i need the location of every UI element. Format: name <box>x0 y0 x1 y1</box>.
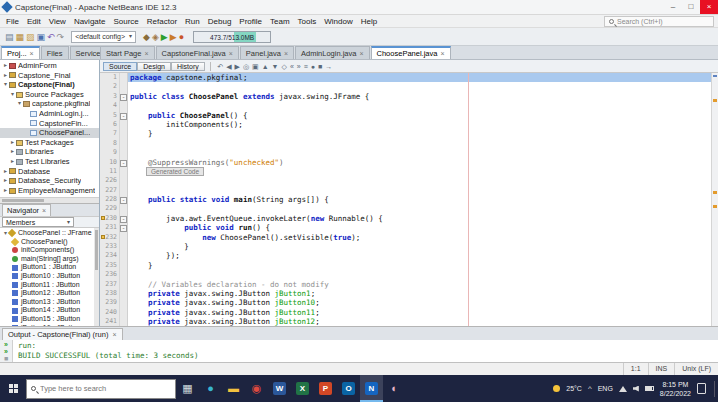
taskbar-app-outlook[interactable]: O <box>337 375 360 402</box>
navigator-item-jbutton11-jbutton[interactable]: jButton11 : JButton <box>0 281 99 290</box>
panel-tab-proj[interactable]: Proj...× <box>1 46 40 59</box>
fold-toggle-icon[interactable] <box>120 214 128 223</box>
maximize-button[interactable]: □ <box>682 0 700 14</box>
code-line-227[interactable]: 227 <box>100 186 718 195</box>
navigator-item-main-string-args[interactable]: main(String[] args) <box>0 255 99 264</box>
tree-item-libraries[interactable]: ▸Libraries <box>0 147 99 157</box>
close-output-icon[interactable]: × <box>112 329 116 341</box>
taskbar-app-edge[interactable]: ● <box>199 375 222 402</box>
code-line-7[interactable]: 7 } <box>100 129 718 138</box>
expand-toggle-icon[interactable]: ▸ <box>2 71 9 81</box>
code-line-233[interactable]: 233 } <box>100 242 718 251</box>
code-editor[interactable]: 1package capstone.pkgfinal;23public clas… <box>100 73 718 326</box>
redo-icon[interactable]: ↷ <box>56 32 66 42</box>
code-line-241[interactable]: 241 private javax.swing.JButton jButton1… <box>100 317 718 326</box>
expand-toggle-icon[interactable]: ▸ <box>9 157 16 167</box>
build-project-icon[interactable]: ◆ <box>142 32 151 42</box>
code-line-6[interactable]: 6 initComponents(); <box>100 120 718 129</box>
navigator-item-jbutton1-jbutton[interactable]: jButton1 : JButton <box>0 263 99 272</box>
view-button-source[interactable]: Source <box>103 62 137 71</box>
taskbar-app-excel[interactable]: X <box>291 375 314 402</box>
close-tab-icon[interactable]: × <box>30 47 34 60</box>
close-tab-icon[interactable]: × <box>440 47 444 59</box>
close-button[interactable]: × <box>700 0 718 14</box>
code-line-2[interactable]: 2 <box>100 82 718 91</box>
menu-help[interactable]: Help <box>357 17 381 26</box>
expand-toggle-icon[interactable]: ▾ <box>2 80 9 90</box>
taskbar-app-netbeans[interactable]: N <box>360 375 383 402</box>
code-line-1[interactable]: 1package capstone.pkgfinal; <box>100 73 718 82</box>
prev-occurrence-icon[interactable]: ▲ <box>260 63 270 70</box>
next-occurrence-icon[interactable]: ▼ <box>270 63 280 70</box>
memory-indicator[interactable]: 473.7/513.0MB <box>193 31 271 43</box>
fold-toggle-icon[interactable] <box>120 92 128 101</box>
taskbar-app-word[interactable]: W <box>268 375 291 402</box>
code-line-10[interactable]: 10 @SuppressWarnings("unchecked") <box>100 158 718 167</box>
tree-item-database[interactable]: ▸Database <box>0 167 99 177</box>
menu-window[interactable]: Window <box>320 17 356 26</box>
code-line-229[interactable]: 229 <box>100 204 718 213</box>
clean-build-project-icon[interactable]: ◈ <box>151 32 160 42</box>
taskbar-search-input[interactable] <box>40 384 160 393</box>
fold-toggle-icon[interactable] <box>120 111 128 120</box>
code-line-3[interactable]: 3public class ChoosePanel extends javax.… <box>100 92 718 101</box>
menu-tools[interactable]: Tools <box>294 17 321 26</box>
save-all-icon[interactable]: ▣ <box>36 32 47 42</box>
macro-start-icon[interactable]: ● <box>309 63 316 70</box>
warning-mark[interactable] <box>713 205 717 208</box>
start-button[interactable] <box>0 375 26 402</box>
collapsed-code-fold[interactable]: Generated Code <box>146 167 204 176</box>
taskbar-app-chrome[interactable]: ◉ <box>245 375 268 402</box>
tree-item-capstone-pkgfinal[interactable]: ▾capstone.pkgfinal <box>0 99 99 109</box>
code-line-11[interactable]: 11Generated Code <box>100 167 718 176</box>
view-button-design[interactable]: Design <box>137 62 171 71</box>
code-line-231[interactable]: 231 public void run() { <box>100 223 718 232</box>
navigator-item-jbutton10-jbutton[interactable]: jButton10 : JButton <box>0 272 99 281</box>
notifications-icon[interactable] <box>697 383 706 394</box>
ide-search-box[interactable]: Search (Ctrl+I) <box>604 16 714 27</box>
code-line-236[interactable]: 236 <box>100 270 718 279</box>
rerun-with-args-icon[interactable]: » <box>4 348 8 355</box>
editor-tab-start-page[interactable]: Start Page× <box>100 46 155 59</box>
close-tab-icon[interactable]: × <box>144 47 148 60</box>
projects-horizontal-scrollbar[interactable] <box>0 197 99 203</box>
tree-item-database-security[interactable]: ▸Database_Security <box>0 176 99 186</box>
navigator-item-jbutton13-jbutton[interactable]: jButton13 : JButton <box>0 298 99 307</box>
wifi-icon[interactable] <box>619 386 627 392</box>
tree-item-test-packages[interactable]: ▸Test Packages <box>0 138 99 148</box>
taskbar-app-file-explorer[interactable]: ▬ <box>222 375 245 402</box>
menu-edit[interactable]: Edit <box>23 17 45 26</box>
indent-icon[interactable]: → <box>324 63 334 70</box>
tree-item-choosepanel[interactable]: ChoosePanel... <box>0 128 99 138</box>
menu-view[interactable]: View <box>45 17 70 26</box>
tree-item-adminlogin-j[interactable]: AdminLogin.j... <box>0 109 99 119</box>
code-line-239[interactable]: 239 private javax.swing.JButton jButton1… <box>100 298 718 307</box>
open-project-icon[interactable]: ▨ <box>25 32 36 42</box>
find-selection-icon[interactable]: ◎ <box>241 63 250 70</box>
panel-tab-files[interactable]: Files <box>41 46 69 59</box>
clock[interactable]: 8:15 PM 8/22/2022 <box>660 380 691 398</box>
code-line-5[interactable]: 5 public ChoosePanel() { <box>100 111 718 120</box>
menu-file[interactable]: File <box>2 17 23 26</box>
output-console[interactable]: run:BUILD SUCCESSFUL (total time: 3 seco… <box>13 340 718 362</box>
close-navigator-icon[interactable]: × <box>42 205 46 217</box>
taskbar-search[interactable] <box>26 379 176 399</box>
view-button-history[interactable]: History <box>171 62 205 71</box>
navigator-members-dropdown[interactable]: Members ▾ <box>2 217 74 227</box>
code-line-4[interactable]: 4 <box>100 101 718 110</box>
editor-tab-choosepanel-java[interactable]: ChoosePanel.java× <box>371 46 451 59</box>
current-line-mark[interactable] <box>713 75 717 77</box>
macro-stop-icon[interactable]: ■ <box>317 63 324 70</box>
tray-expand-icon[interactable]: ^ <box>588 384 592 393</box>
taskbar-app-powerpoint[interactable]: P <box>314 375 337 402</box>
tree-item-capstone-final[interactable]: ▾Capstone(Final) <box>0 80 99 90</box>
fold-toggle-icon[interactable] <box>120 195 128 204</box>
tree-item-adminform[interactable]: ▸AdminForm <box>0 61 99 71</box>
expand-toggle-icon[interactable]: ▸ <box>9 147 16 157</box>
run-project-icon[interactable]: ▶ <box>160 32 169 42</box>
expand-toggle-icon[interactable]: ▾ <box>9 90 16 100</box>
navigator-item-jbutton12-jbutton[interactable]: jButton12 : JButton <box>0 289 99 298</box>
navigator-vertical-scrollbar[interactable] <box>94 228 99 326</box>
close-tab-icon[interactable]: × <box>229 47 233 60</box>
code-line-234[interactable]: 234 }); <box>100 251 718 260</box>
